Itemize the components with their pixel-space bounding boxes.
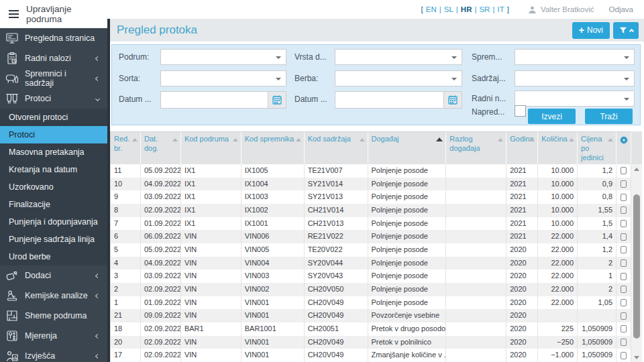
column-header-kod-podruma[interactable]: Kod podruma bbox=[181, 132, 241, 164]
scrollbar-thumb[interactable] bbox=[633, 194, 640, 339]
napredno-checkbox[interactable] bbox=[515, 105, 526, 117]
column-header-godina[interactable]: Godina bbox=[506, 132, 538, 164]
search-button[interactable]: Traži bbox=[585, 109, 633, 124]
export-button[interactable]: Izvezi bbox=[528, 109, 576, 124]
scroll-down-button[interactable] bbox=[631, 353, 642, 362]
row-note-icon[interactable] bbox=[621, 299, 627, 306]
sort-arrow-icon bbox=[132, 138, 138, 141]
cellar-scheme-icon bbox=[5, 309, 20, 322]
row-note-icon[interactable] bbox=[621, 352, 627, 359]
logout-link[interactable]: Odjava bbox=[609, 5, 633, 13]
radni-nalog-select[interactable] bbox=[515, 90, 635, 107]
sidebar-item-radni-nalozi[interactable]: Radni nalozi bbox=[0, 48, 107, 68]
table-cell: CH20V049 bbox=[305, 296, 368, 310]
sorta-select[interactable] bbox=[160, 70, 286, 86]
column-header-label: Događaj bbox=[372, 135, 399, 143]
column-header-doga-aj[interactable]: Događaj bbox=[368, 132, 447, 164]
vrsta-select[interactable] bbox=[335, 49, 462, 65]
table-row[interactable]: 202.09.2022VINVIN002CH20V050Polnjenje po… bbox=[111, 283, 631, 296]
sidebar-item-dodaci[interactable]: Dodaci bbox=[0, 265, 107, 286]
sidebar-item-kretanja-na-datum[interactable]: Kretanja na datum bbox=[0, 161, 107, 178]
sidebar-item-finalizacije[interactable]: Finalizacije bbox=[0, 196, 107, 213]
row-note-icon[interactable] bbox=[621, 273, 627, 280]
row-note-icon[interactable] bbox=[621, 180, 627, 188]
berba-select[interactable] bbox=[335, 70, 462, 86]
sidebar-item-protoci[interactable]: Protoci bbox=[0, 126, 107, 143]
table-row[interactable]: 505.09.2022VINVIN005TE20V022Polnjenje po… bbox=[111, 243, 631, 257]
filter-toggle-button[interactable] bbox=[613, 22, 639, 39]
hamburger-menu-icon[interactable] bbox=[9, 10, 19, 18]
sidebar-item-pregledna-stranica[interactable]: Pregledna stranica bbox=[0, 28, 107, 48]
gear-icon[interactable] bbox=[619, 135, 629, 147]
column-header-kod-sadr-aja[interactable]: Kod sadržaja bbox=[305, 132, 368, 164]
sidebar-item-otvoreni-protoci[interactable]: Otvoreni protoci bbox=[0, 109, 107, 126]
table-row[interactable]: 1702.09.2022VINVIN001CH20V049Zmanjšanje … bbox=[111, 349, 631, 362]
sidebar-item-kemijske-analize[interactable]: Kemijske analize bbox=[0, 286, 107, 306]
language-link-it[interactable]: IT bbox=[497, 5, 504, 13]
table-row[interactable]: 1004.09.2022IX1IX1004SY21V014Polnjenje p… bbox=[111, 178, 631, 191]
sidebar-item-spremnici-i-sadr-aji[interactable]: Spremnici i sadržaji bbox=[0, 68, 107, 88]
column-settings-header[interactable] bbox=[616, 132, 631, 164]
language-link-sr[interactable]: SR bbox=[479, 5, 490, 13]
table-row[interactable]: 903.09.2022IX1IX1003SY21V013Polnjenje po… bbox=[111, 190, 631, 204]
table-cell: 1 bbox=[578, 269, 616, 283]
table-row[interactable]: 2002.09.2022VINVIN001CH20V049Pretok v po… bbox=[111, 336, 631, 349]
table-row[interactable]: 303.09.2022VINVIN003SY20V043Polnjenje po… bbox=[111, 269, 631, 283]
table-row[interactable]: 1802.09.2022BAR1BAR1001CH20051Pretok v d… bbox=[111, 322, 631, 336]
sidebar-item-izvje-a[interactable]: Izvješća bbox=[0, 346, 107, 362]
table-cell: VIN bbox=[181, 243, 241, 257]
row-note-icon[interactable] bbox=[621, 325, 627, 333]
sadrzaj-select[interactable] bbox=[515, 70, 635, 86]
column-header-razlog-doga-aja[interactable]: Razlog događaja bbox=[446, 132, 506, 164]
filter-label-podrum: Podrum: bbox=[119, 49, 158, 65]
vertical-scrollbar[interactable] bbox=[631, 164, 642, 362]
row-note-icon[interactable] bbox=[621, 286, 627, 293]
table-cell: RE21V022 bbox=[305, 230, 368, 243]
language-link-en[interactable]: EN bbox=[426, 5, 437, 13]
sidebar-item-uzorkovano[interactable]: Uzorkovano bbox=[0, 178, 107, 196]
table-cell: 2 bbox=[111, 283, 141, 296]
calendar-button[interactable] bbox=[268, 91, 286, 109]
row-note-icon[interactable] bbox=[621, 194, 627, 201]
sidebar-item-urod-berbe[interactable]: Urod berbe bbox=[0, 248, 107, 265]
column-header-dat-dog[interactable]: Dat. dog. bbox=[141, 132, 181, 164]
column-header-red-br[interactable]: Red. br. bbox=[111, 132, 141, 164]
table-row[interactable]: 701.09.2022IX1IX1001CH21V013Polnjenje po… bbox=[111, 217, 631, 231]
row-note-icon[interactable] bbox=[621, 167, 627, 174]
table-row[interactable]: 1105.09.2022IX1IX1005TE21V007Polnjenje p… bbox=[111, 164, 631, 178]
language-link-hr[interactable]: HR bbox=[461, 5, 472, 13]
app-window: Upravljanje podruma Pregledna stranicaRa… bbox=[0, 0, 644, 362]
new-button[interactable]: + Novi bbox=[572, 22, 610, 39]
row-note-icon[interactable] bbox=[621, 233, 627, 241]
sidebar-item-sheme-podruma[interactable]: Sheme podruma bbox=[0, 306, 107, 326]
sidebar-item-masovna-pretakanja[interactable]: Masovna pretakanja bbox=[0, 143, 107, 161]
row-note-icon[interactable] bbox=[621, 206, 627, 214]
calendar-button[interactable] bbox=[444, 91, 462, 109]
row-note-cell bbox=[616, 190, 631, 204]
row-note-icon[interactable] bbox=[621, 246, 627, 253]
row-note-icon[interactable] bbox=[621, 339, 627, 346]
scroll-up-button[interactable] bbox=[631, 164, 642, 174]
sidebar-item-punjenje-sadr-aja-linija[interactable]: Punjenje sadržaja linija bbox=[0, 231, 107, 248]
sort-arrow-icon bbox=[529, 138, 535, 141]
table-row[interactable]: 2109.09.2022VINVIN001CH20V049Povzorčenje… bbox=[111, 309, 631, 322]
table-row[interactable]: 404.09.2022VINVIN004SY20V044Polnjenje po… bbox=[111, 257, 631, 270]
language-link-sl[interactable]: SL bbox=[444, 5, 453, 13]
datum-od-input[interactable] bbox=[160, 91, 268, 109]
column-header-koli-ina[interactable]: Količina bbox=[538, 132, 578, 164]
row-note-icon[interactable] bbox=[621, 259, 627, 267]
sidebar-item-punjenja-i-dopunjavanja[interactable]: Punjenja i dopunjavanja bbox=[0, 213, 107, 231]
table-row[interactable]: 606.09.2022VINVIN006RE21V022Polnjenje po… bbox=[111, 230, 631, 243]
row-note-icon[interactable] bbox=[621, 312, 627, 320]
sidebar-item-mjerenja[interactable]: Mjerenja bbox=[0, 326, 107, 346]
datum-do-input[interactable] bbox=[335, 91, 444, 109]
table-row[interactable]: 101.09.2022VINVIN001CH20V049Polnjenje po… bbox=[111, 296, 631, 310]
column-header-kod-spremnika[interactable]: Kod spremnika bbox=[241, 132, 305, 164]
row-note-icon[interactable] bbox=[621, 220, 627, 227]
column-header-cijena-po-jedinici[interactable]: Cijena po jedinici bbox=[578, 132, 616, 164]
table-row[interactable]: 802.09.2022IX1IX1002CH21V014Polnjenje po… bbox=[111, 204, 631, 217]
sidebar-item-protoci[interactable]: Protoci bbox=[0, 88, 107, 109]
table-cell: 4 bbox=[111, 257, 141, 270]
podrum-select[interactable] bbox=[160, 49, 286, 65]
spremnik-select[interactable] bbox=[515, 49, 635, 65]
